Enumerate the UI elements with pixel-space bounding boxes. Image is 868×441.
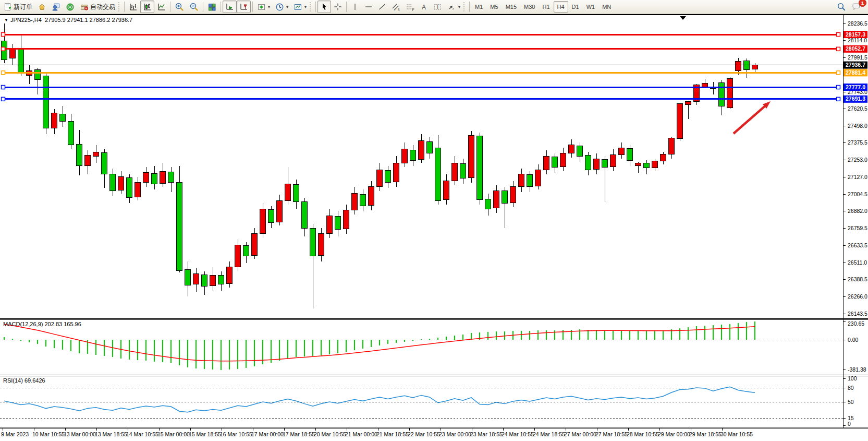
channel-tool-button[interactable]: E [389, 1, 403, 13]
periods-button[interactable]: ▾ [273, 1, 291, 13]
cursor-icon [320, 3, 328, 11]
auto-scroll-button[interactable] [223, 1, 237, 13]
crosshair-tool-button[interactable] [331, 1, 345, 13]
toolbar-grip [118, 2, 121, 11]
tile-windows-button[interactable] [205, 1, 219, 13]
timeframe-h4[interactable]: H4 [554, 1, 568, 13]
svg-text:26511.0: 26511.0 [848, 259, 867, 266]
bar-chart-icon [129, 3, 138, 11]
timeframe-h1[interactable]: H1 [539, 1, 553, 13]
dropdown-caret: ▾ [458, 5, 460, 9]
svg-text:27375.5: 27375.5 [848, 139, 867, 146]
svg-text:27498.0: 27498.0 [848, 123, 867, 129]
svg-text:13 Mar 00:00: 13 Mar 00:00 [64, 431, 96, 437]
notification-badge: 1 [859, 0, 866, 7]
auto-trading-button[interactable]: 自动交易 [77, 1, 118, 13]
market-button[interactable] [35, 1, 49, 13]
svg-text:15 Mar 18:55: 15 Mar 18:55 [189, 431, 221, 437]
signals-button[interactable] [63, 1, 77, 13]
zoom-out-button[interactable] [187, 1, 201, 13]
candlestick-chart-button[interactable] [140, 1, 154, 13]
svg-text:24 Mar 18:55: 24 Mar 18:55 [533, 431, 565, 437]
svg-text:-381.38: -381.38 [848, 366, 866, 373]
svg-text:26143.5: 26143.5 [848, 311, 867, 317]
svg-text:29 Mar 18:55: 29 Mar 18:55 [689, 431, 722, 437]
toolbar-grip [310, 2, 312, 11]
community-icon [52, 3, 60, 11]
chart-shift-button[interactable] [237, 1, 251, 13]
svg-text:27881.4: 27881.4 [846, 69, 865, 76]
toolbar-separator [221, 2, 221, 12]
svg-text:T: T [436, 4, 439, 9]
timeframe-w1[interactable]: W1 [583, 1, 599, 13]
svg-text:22 Mar 10:55: 22 Mar 10:55 [408, 431, 440, 437]
svg-text:17 Mar 18:55: 17 Mar 18:55 [283, 431, 315, 437]
dropdown-caret: ▾ [304, 5, 307, 9]
svg-text:23 Mar 18:55: 23 Mar 18:55 [470, 431, 503, 437]
line-chart-icon [157, 3, 166, 11]
svg-text:23 Mar 00:00: 23 Mar 00:00 [439, 431, 471, 437]
zoom-in-button[interactable] [172, 1, 187, 13]
svg-text:27 Mar 18:55: 27 Mar 18:55 [595, 431, 628, 437]
svg-text:230.65: 230.65 [848, 320, 864, 327]
templates-button[interactable]: ▾ [291, 1, 309, 13]
dropdown-caret: ▾ [268, 5, 270, 9]
rsi-panel-canvas[interactable]: 1008050150 [0, 376, 868, 428]
svg-text:16 Mar 10:55: 16 Mar 10:55 [220, 431, 252, 437]
horizontal-line-icon [364, 3, 373, 11]
svg-text:26882.0: 26882.0 [848, 208, 867, 214]
svg-text:27691.3: 27691.3 [846, 96, 865, 102]
svg-text:13 Mar 18:55: 13 Mar 18:55 [95, 431, 127, 437]
timeframe-m5[interactable]: M5 [486, 1, 502, 13]
svg-text:27936.7: 27936.7 [846, 62, 865, 68]
dropdown-caret: ▾ [286, 5, 288, 9]
timeframe-m15[interactable]: M15 [502, 1, 520, 13]
toolbar-separator [203, 2, 203, 12]
price-chart-canvas[interactable]: 28236.528114.027991.527869.027743.027620… [0, 15, 868, 319]
toolbar-separator [170, 2, 170, 12]
timeframe-mn[interactable]: MN [598, 1, 615, 13]
text-tool-button[interactable]: A [417, 1, 431, 13]
crosshair-icon [334, 3, 342, 11]
line-chart-button[interactable] [154, 1, 168, 13]
bar-chart-button[interactable] [126, 1, 140, 13]
svg-text:27 Mar 00:00: 27 Mar 00:00 [564, 431, 596, 437]
chart-shift-icon [239, 3, 248, 11]
text-label-tool-button[interactable]: T [431, 1, 445, 13]
arrows-icon [447, 3, 456, 11]
search-button[interactable] [834, 1, 849, 13]
horizontal-line-tool-button[interactable] [362, 1, 375, 13]
svg-text:20 Mar 10:55: 20 Mar 10:55 [314, 431, 346, 437]
vertical-line-tool-button[interactable] [348, 1, 362, 13]
svg-text:10 Mar 10:55: 10 Mar 10:55 [32, 431, 65, 437]
svg-text:15 Mar 00:00: 15 Mar 00:00 [157, 431, 190, 437]
cursor-tool-button[interactable] [317, 1, 331, 13]
timeframe-m1[interactable]: M1 [471, 1, 486, 13]
svg-text:100: 100 [848, 376, 857, 382]
timeframe-m30[interactable]: M30 [520, 1, 539, 13]
svg-text:80: 80 [848, 385, 854, 391]
new-order-button[interactable]: 新订单 [1, 1, 35, 13]
signals-icon [66, 3, 75, 11]
svg-text:27777.0: 27777.0 [846, 84, 865, 90]
trendline-tool-button[interactable] [375, 1, 389, 13]
timeframe-d1[interactable]: D1 [568, 1, 583, 13]
svg-text:27620.5: 27620.5 [848, 105, 867, 112]
svg-text:28052.7: 28052.7 [846, 45, 865, 52]
svg-text:17 Mar 00:00: 17 Mar 00:00 [251, 431, 284, 437]
svg-text:50: 50 [848, 399, 854, 405]
fibonacci-tool-button[interactable]: F [403, 1, 417, 13]
text-icon: A [420, 3, 428, 11]
svg-text:27991.5: 27991.5 [848, 54, 867, 61]
arrows-tool-button[interactable]: ▾ [445, 1, 463, 13]
notifications-button[interactable]: 1 [849, 1, 864, 13]
toolbar-separator [315, 2, 316, 12]
indicators-button[interactable]: ▾ [254, 1, 273, 13]
time-axis[interactable]: 9 Mar 202310 Mar 10:5513 Mar 00:0013 Mar… [0, 428, 868, 441]
svg-text:24 Mar 10:55: 24 Mar 10:55 [502, 431, 534, 437]
equidistant-channel-icon: E [392, 3, 400, 11]
macd-panel-canvas[interactable]: 230.650.00-381.38 [0, 319, 868, 376]
auto-scroll-icon [225, 3, 234, 11]
community-button[interactable] [49, 1, 63, 13]
clock-icon [275, 3, 284, 11]
